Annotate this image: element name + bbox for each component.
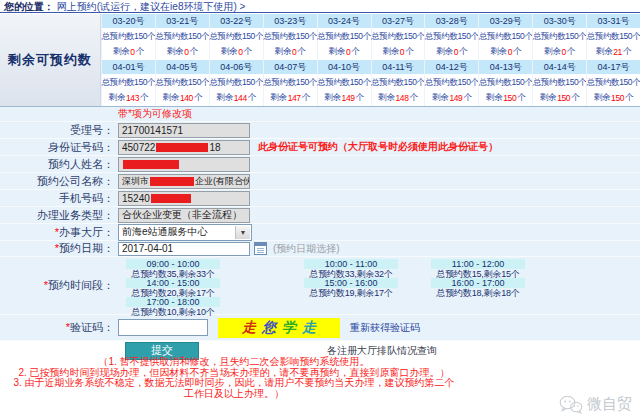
calendar-remaining: 剩余148个: [372, 91, 425, 107]
remaining-count: 150: [611, 93, 624, 103]
hall-row: *办事大厅： 前海e站通服务中心 ▼: [0, 224, 640, 241]
calendar-day-cell: 04-13号总预约数150个剩余150个: [478, 60, 532, 106]
company-prefix: 深圳市: [122, 175, 149, 188]
date-input[interactable]: 2017-04-01: [118, 242, 250, 256]
remaining-unit: 个: [625, 92, 633, 104]
time-slot-range[interactable]: 14:00 - 15:00: [126, 278, 220, 288]
hall-selected-value: 前海e站通服务中心: [122, 225, 208, 239]
captcha-row: *验证码： 走您学走 重新获得验证码: [0, 315, 640, 341]
time-slot-stats: 总预约数19,剩余17个: [296, 288, 406, 298]
remaining-prefix: 剩余: [378, 92, 394, 104]
appointment-page: 您的位置： 网上预约(试运行，建议在ie8环境下使用) > 剩余可预约数 03-…: [0, 0, 640, 416]
remaining-unit: 个: [243, 46, 251, 58]
calendar-remaining: 剩余0个: [533, 45, 586, 61]
time-slot-column: 10:00 - 11:00总预约数33,剩余32个15:00 - 16:00总预…: [296, 259, 406, 297]
calendar-day-cell: 04-10号总预约数150个剩余149个: [317, 60, 371, 106]
calendar-total: 总预约数150个: [587, 29, 640, 45]
hall-select[interactable]: 前海e站通服务中心 ▼: [118, 224, 252, 241]
remaining-prefix: 剩余: [596, 46, 612, 58]
captcha-char: 您: [262, 319, 276, 337]
calendar-date-label: 03-22号: [210, 14, 263, 29]
remaining-unit: 个: [194, 92, 202, 104]
remaining-count: 0: [238, 47, 242, 57]
calendar-day-cell: 03-22号总预约数150个剩余0个: [209, 14, 263, 60]
captcha-char: 学: [282, 319, 296, 337]
calendar-date-label: 04-12号: [425, 60, 478, 75]
wechat-icon: [559, 395, 583, 414]
remaining-count: 0: [508, 47, 512, 57]
calendar-total: 总预约数150个: [210, 29, 263, 45]
remaining-unit: 个: [459, 46, 467, 58]
captcha-image[interactable]: 走您学走: [218, 318, 340, 338]
id-card-label: 身份证号码：: [0, 140, 114, 155]
remaining-prefix: 剩余: [329, 46, 345, 58]
remaining-prefix: 剩余: [594, 92, 610, 104]
time-slot: 11:00 - 12:00总预约数15,剩余15个: [423, 259, 533, 278]
calendar-total: 总预约数150个: [318, 29, 371, 45]
remaining-unit: 个: [513, 46, 521, 58]
remaining-prefix: 剩余: [544, 46, 560, 58]
remaining-count: 150: [557, 93, 570, 103]
calendar-day-cell: 03-20号总预约数150个剩余0个: [101, 14, 155, 60]
biz-type-field[interactable]: 合伙企业变更（非全流程）: [118, 208, 250, 223]
id-card-field[interactable]: 450722 18: [118, 140, 250, 155]
phone-field[interactable]: 15240: [118, 191, 250, 206]
accept-no-label: 受理号：: [0, 123, 114, 138]
time-slot-range[interactable]: 16:00 - 17:00: [431, 278, 525, 288]
calendar-total: 总预约数150个: [372, 75, 425, 91]
time-slot-column: 09:00 - 10:00总预约数35,剩余33个14:00 - 15:00总预…: [118, 259, 228, 316]
calendar-picker-icon[interactable]: [254, 242, 267, 255]
company-label: 预约公司名称：: [0, 174, 114, 189]
time-slot: 17:00 - 18:00总预约数10,剩余10个: [118, 297, 228, 316]
id-card-row: 身份证号码： 450722 18 此身份证号可预约（大厅取号时必须使用此身份证号…: [0, 139, 640, 156]
remaining-prefix: 剩余: [432, 92, 448, 104]
calendar-date-label: 04-17号: [587, 60, 640, 75]
time-slot-range[interactable]: 11:00 - 12:00: [431, 259, 525, 269]
time-slot-stats: 总预约数18,剩余18个: [423, 288, 533, 298]
calendar-date-label: 03-29号: [479, 14, 532, 29]
name-field[interactable]: [118, 157, 250, 172]
remaining-unit: 个: [463, 92, 471, 104]
remaining-prefix: 剩余: [490, 46, 506, 58]
calendar-day-cell: 03-31号总预约数150个剩余21个: [586, 14, 640, 60]
remaining-prefix: 剩余: [221, 46, 237, 58]
calendar-day-cell: 03-23号总预约数150个剩余0个: [263, 14, 317, 60]
calendar-date-label: 04-10号: [318, 60, 371, 75]
company-field[interactable]: 深圳市 企业(有限合伙): [118, 174, 250, 189]
calendar-remaining: 剩余147个: [264, 91, 317, 107]
remaining-unit: 个: [409, 92, 417, 104]
time-slot-range[interactable]: 15:00 - 16:00: [304, 278, 398, 288]
name-redaction: [123, 160, 179, 169]
time-slot: 15:00 - 16:00总预约数19,剩余17个: [296, 278, 406, 297]
chevron-down-icon[interactable]: ▼: [235, 226, 250, 239]
remaining-count: 0: [130, 47, 134, 57]
remaining-unit: 个: [297, 46, 305, 58]
calendar-total: 总预约数150个: [156, 29, 209, 45]
company-redaction: [150, 177, 194, 186]
calendar-remaining: 剩余150个: [479, 91, 532, 107]
captcha-refresh-link[interactable]: 重新获得验证码: [350, 321, 420, 335]
calendar-remaining: 剩余150个: [587, 91, 640, 107]
remaining-count: 0: [454, 47, 458, 57]
time-slots-label-text: 预约时间段：: [48, 279, 114, 291]
notice-line: 3. 由于近期业务系统不稳定，数据无法即时同步，因此，请用户不要预约当天办理，建…: [10, 378, 458, 399]
calendar-date-label: 03-21号: [156, 14, 209, 29]
accept-no-field[interactable]: 21700141571: [118, 123, 250, 138]
time-slot-range[interactable]: 17:00 - 18:00: [126, 297, 220, 307]
time-slot: 10:00 - 11:00总预约数33,剩余32个: [296, 259, 406, 278]
remaining-prefix: 剩余: [486, 92, 502, 104]
breadcrumb-link[interactable]: 网上预约(试运行，建议在ie8环境下使用) >: [57, 1, 246, 12]
calendar-day-cell: 03-30号总预约数150个剩余0个: [532, 14, 586, 60]
time-slot-range[interactable]: 09:00 - 10:00: [126, 259, 220, 269]
captcha-char: 走: [302, 319, 316, 337]
calendar-total: 总预约数150个: [264, 29, 317, 45]
remaining-prefix: 剩余: [324, 92, 340, 104]
calendar-day-cell: 03-29号总预约数150个剩余0个: [478, 14, 532, 60]
watermark-text: 微自贸: [587, 395, 632, 414]
calendar-total: 总预约数150个: [102, 29, 155, 45]
time-slot-range[interactable]: 10:00 - 11:00: [304, 259, 398, 269]
calendar-remaining: 剩余150个: [533, 91, 586, 107]
captcha-input[interactable]: [118, 319, 208, 336]
calendar-date-label: 04-14号: [533, 60, 586, 75]
remaining-count: 143: [126, 93, 139, 103]
